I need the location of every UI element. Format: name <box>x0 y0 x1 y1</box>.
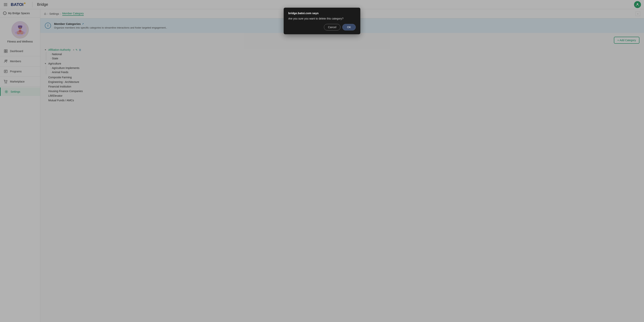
dialog-actions: Cancel OK <box>288 24 356 30</box>
dialog-ok-button[interactable]: OK <box>342 24 356 30</box>
dialog-message: Are you sure you want to delete this cat… <box>288 17 356 20</box>
dialog-cancel-button[interactable]: Cancel <box>324 24 340 30</box>
dialog-overlay: bridge.batoi.com says Are you sure you w… <box>40 9 644 322</box>
dialog-title: bridge.batoi.com says <box>288 11 356 15</box>
dialog-box: bridge.batoi.com says Are you sure you w… <box>284 9 360 34</box>
